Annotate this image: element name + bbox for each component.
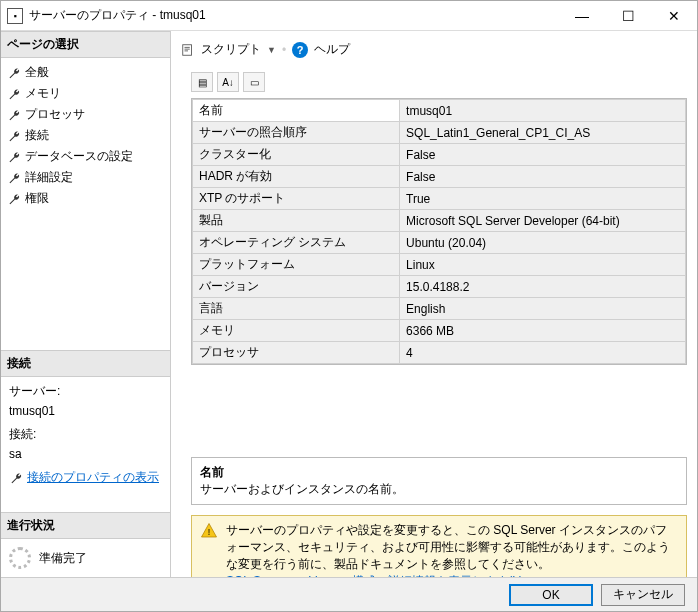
property-value: SQL_Latin1_General_CP1_CI_AS — [400, 122, 686, 144]
property-label: オペレーティング システム — [193, 232, 400, 254]
property-row[interactable]: バージョン15.0.4188.2 — [193, 276, 686, 298]
property-row[interactable]: プロセッサ4 — [193, 342, 686, 364]
dialog-buttons: OK キャンセル — [1, 577, 697, 611]
cancel-button[interactable]: キャンセル — [601, 584, 685, 606]
property-row[interactable]: プラットフォームLinux — [193, 254, 686, 276]
property-row[interactable]: 製品Microsoft SQL Server Developer (64-bit… — [193, 210, 686, 232]
script-button[interactable]: スクリプト — [201, 41, 261, 58]
property-value: tmusq01 — [400, 100, 686, 122]
property-pages-button[interactable]: ▭ — [243, 72, 265, 92]
property-label: XTP のサポート — [193, 188, 400, 210]
warning-text: サーバーのプロパティや設定を変更すると、この SQL Server インスタンス… — [226, 523, 670, 571]
alphabetical-button[interactable]: A↓ — [217, 72, 239, 92]
page-item-5[interactable]: 詳細設定 — [1, 167, 170, 188]
property-label: 言語 — [193, 298, 400, 320]
page-item-4[interactable]: データベースの設定 — [1, 146, 170, 167]
property-row[interactable]: メモリ6366 MB — [193, 320, 686, 342]
page-item-2[interactable]: プロセッサ — [1, 104, 170, 125]
connection-header: 接続 — [1, 350, 170, 377]
page-item-1[interactable]: メモリ — [1, 83, 170, 104]
property-value: True — [400, 188, 686, 210]
script-icon — [181, 43, 195, 57]
ok-button[interactable]: OK — [509, 584, 593, 606]
wrench-icon — [7, 192, 21, 206]
server-label: サーバー: — [9, 383, 162, 400]
property-label: サーバーの照合順序 — [193, 122, 400, 144]
description-name: 名前 — [200, 464, 678, 481]
property-row[interactable]: 言語English — [193, 298, 686, 320]
property-value: 4 — [400, 342, 686, 364]
left-pane: ページの選択 全般メモリプロセッサ接続データベースの設定詳細設定権限 接続 サー… — [1, 31, 171, 577]
pages-header: ページの選択 — [1, 31, 170, 58]
page-item-6[interactable]: 権限 — [1, 188, 170, 209]
property-grid: 名前tmusq01サーバーの照合順序SQL_Latin1_General_CP1… — [191, 98, 687, 365]
description-text: サーバーおよびインスタンスの名前。 — [200, 481, 678, 498]
property-row[interactable]: HADR が有効False — [193, 166, 686, 188]
page-list: 全般メモリプロセッサ接続データベースの設定詳細設定権限 — [1, 58, 170, 213]
categorized-button[interactable]: ▤ — [191, 72, 213, 92]
help-button[interactable]: ヘルプ — [314, 41, 350, 58]
property-label: クラスター化 — [193, 144, 400, 166]
grid-toolbar: ▤ A↓ ▭ — [181, 68, 687, 98]
page-item-label: プロセッサ — [25, 106, 85, 123]
connection-section: サーバー: tmusq01 接続: sa 接続のプロパティの表示 — [1, 377, 170, 492]
svg-text:!: ! — [208, 527, 211, 537]
page-item-0[interactable]: 全般 — [1, 62, 170, 83]
connection-properties-link[interactable]: 接続のプロパティの表示 — [27, 469, 159, 486]
page-item-3[interactable]: 接続 — [1, 125, 170, 146]
property-label: プロセッサ — [193, 342, 400, 364]
page-item-label: 接続 — [25, 127, 49, 144]
conn-value: sa — [9, 447, 162, 461]
progress-header: 進行状況 — [1, 512, 170, 539]
wrench-icon — [7, 171, 21, 185]
page-item-label: データベースの設定 — [25, 148, 133, 165]
server-value: tmusq01 — [9, 404, 162, 418]
wrench-icon — [7, 150, 21, 164]
property-value: 15.0.4188.2 — [400, 276, 686, 298]
property-row[interactable]: 名前tmusq01 — [193, 100, 686, 122]
conn-label: 接続: — [9, 426, 162, 443]
property-value: Ubuntu (20.04) — [400, 232, 686, 254]
property-value: Microsoft SQL Server Developer (64-bit) — [400, 210, 686, 232]
property-label: 名前 — [193, 100, 400, 122]
link-icon — [9, 471, 23, 485]
app-icon: ▪ — [7, 8, 23, 24]
maximize-button[interactable]: ☐ — [605, 1, 651, 31]
property-value: False — [400, 144, 686, 166]
wrench-icon — [7, 108, 21, 122]
description-box: 名前 サーバーおよびインスタンスの名前。 — [191, 457, 687, 505]
property-value: False — [400, 166, 686, 188]
property-row[interactable]: サーバーの照合順序SQL_Latin1_General_CP1_CI_AS — [193, 122, 686, 144]
help-icon: ? — [292, 42, 308, 58]
property-row[interactable]: クラスター化False — [193, 144, 686, 166]
top-toolbar: スクリプト ▼ • ? ヘルプ — [181, 39, 687, 68]
svg-rect-0 — [183, 44, 192, 55]
property-value: English — [400, 298, 686, 320]
window-title: サーバーのプロパティ - tmusq01 — [29, 7, 559, 24]
spinner-icon — [9, 547, 31, 569]
minimize-button[interactable]: — — [559, 1, 605, 31]
page-item-label: 権限 — [25, 190, 49, 207]
property-row[interactable]: オペレーティング システムUbuntu (20.04) — [193, 232, 686, 254]
property-label: HADR が有効 — [193, 166, 400, 188]
warning-icon: ! — [200, 522, 218, 540]
property-value: 6366 MB — [400, 320, 686, 342]
right-pane: スクリプト ▼ • ? ヘルプ ▤ A↓ ▭ 名前tmusq01サーバーの照合順… — [171, 31, 697, 577]
progress-status: 準備完了 — [39, 550, 87, 567]
page-item-label: 詳細設定 — [25, 169, 73, 186]
property-row[interactable]: XTP のサポートTrue — [193, 188, 686, 210]
property-label: メモリ — [193, 320, 400, 342]
property-value: Linux — [400, 254, 686, 276]
close-button[interactable]: ✕ — [651, 1, 697, 31]
property-label: プラットフォーム — [193, 254, 400, 276]
page-item-label: メモリ — [25, 85, 61, 102]
wrench-icon — [7, 129, 21, 143]
title-bar: ▪ サーバーのプロパティ - tmusq01 — ☐ ✕ — [1, 1, 697, 31]
wrench-icon — [7, 66, 21, 80]
progress-section: 準備完了 — [1, 539, 170, 577]
script-dropdown[interactable]: ▼ — [267, 45, 276, 55]
property-label: バージョン — [193, 276, 400, 298]
page-item-label: 全般 — [25, 64, 49, 81]
property-label: 製品 — [193, 210, 400, 232]
wrench-icon — [7, 87, 21, 101]
